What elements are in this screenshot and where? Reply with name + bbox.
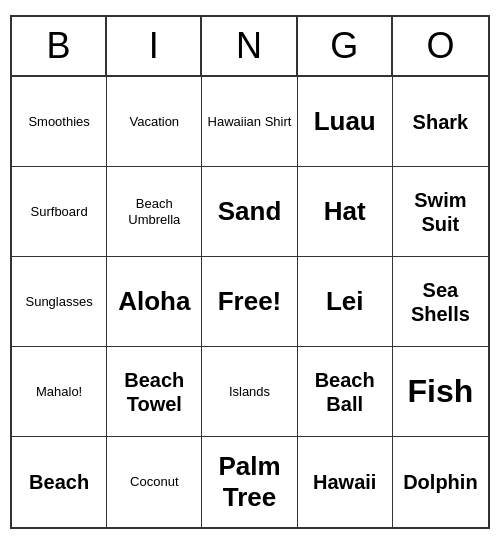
header-letter-o: O [393,17,488,75]
cell-text-1: Vacation [129,114,179,130]
cell-text-12: Free! [218,286,282,317]
bingo-cell-10[interactable]: Sunglasses [12,257,107,347]
cell-text-16: Beach Towel [111,368,197,416]
cell-text-2: Hawaiian Shirt [208,114,292,130]
cell-text-20: Beach [29,470,89,494]
cell-text-21: Coconut [130,474,178,490]
bingo-cell-4[interactable]: Shark [393,77,488,167]
cell-text-0: Smoothies [28,114,89,130]
cell-text-19: Fish [408,372,474,410]
bingo-cell-11[interactable]: Aloha [107,257,202,347]
bingo-cell-7[interactable]: Sand [202,167,297,257]
cell-text-13: Lei [326,286,364,317]
cell-text-9: Swim Suit [397,188,484,236]
header-letter-i: I [107,17,202,75]
bingo-cell-17[interactable]: Islands [202,347,297,437]
cell-text-10: Sunglasses [25,294,92,310]
bingo-cell-24[interactable]: Dolphin [393,437,488,527]
cell-text-24: Dolphin [403,470,477,494]
cell-text-5: Surfboard [31,204,88,220]
bingo-cell-12[interactable]: Free! [202,257,297,347]
bingo-cell-13[interactable]: Lei [298,257,393,347]
bingo-cell-8[interactable]: Hat [298,167,393,257]
cell-text-15: Mahalo! [36,384,82,400]
bingo-cell-23[interactable]: Hawaii [298,437,393,527]
header-letter-g: G [298,17,393,75]
bingo-cell-0[interactable]: Smoothies [12,77,107,167]
cell-text-4: Shark [413,110,469,134]
bingo-cell-22[interactable]: Palm Tree [202,437,297,527]
cell-text-8: Hat [324,196,366,227]
cell-text-3: Luau [314,106,376,137]
bingo-cell-19[interactable]: Fish [393,347,488,437]
cell-text-23: Hawaii [313,470,376,494]
bingo-cell-20[interactable]: Beach [12,437,107,527]
bingo-header: BINGO [12,17,488,77]
bingo-grid: SmoothiesVacationHawaiian ShirtLuauShark… [12,77,488,527]
cell-text-14: Sea Shells [397,278,484,326]
bingo-cell-1[interactable]: Vacation [107,77,202,167]
bingo-cell-14[interactable]: Sea Shells [393,257,488,347]
cell-text-17: Islands [229,384,270,400]
cell-text-7: Sand [218,196,282,227]
header-letter-n: N [202,17,297,75]
bingo-cell-21[interactable]: Coconut [107,437,202,527]
header-letter-b: B [12,17,107,75]
bingo-cell-5[interactable]: Surfboard [12,167,107,257]
bingo-cell-15[interactable]: Mahalo! [12,347,107,437]
bingo-cell-2[interactable]: Hawaiian Shirt [202,77,297,167]
cell-text-11: Aloha [118,286,190,317]
cell-text-22: Palm Tree [206,451,292,513]
cell-text-18: Beach Ball [302,368,388,416]
bingo-cell-3[interactable]: Luau [298,77,393,167]
cell-text-6: Beach Umbrella [111,196,197,227]
bingo-card: BINGO SmoothiesVacationHawaiian ShirtLua… [10,15,490,529]
bingo-cell-16[interactable]: Beach Towel [107,347,202,437]
bingo-cell-18[interactable]: Beach Ball [298,347,393,437]
bingo-cell-9[interactable]: Swim Suit [393,167,488,257]
bingo-cell-6[interactable]: Beach Umbrella [107,167,202,257]
